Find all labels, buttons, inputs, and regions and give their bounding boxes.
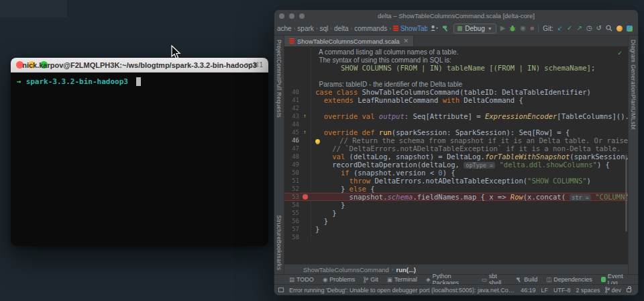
gutter-cell[interactable] — [302, 104, 311, 112]
line-number[interactable]: 58 — [284, 233, 302, 241]
code-line[interactable]: SHOW COLUMNS (FROM | IN) tableName [(FRO… — [284, 64, 628, 72]
line-number[interactable]: 41 — [284, 96, 302, 104]
tool-button-git[interactable]: Git — [364, 276, 378, 283]
tool-stripe-pull-requests[interactable]: Pull Requests — [276, 80, 282, 118]
git-commit-icon[interactable]: ✓ — [567, 25, 572, 32]
code-line[interactable]: 46 // Return the schema from snapshot if… — [284, 136, 628, 144]
tool-stripe-structure[interactable]: Structure — [276, 215, 282, 240]
line-number[interactable] — [284, 64, 302, 72]
build-hammer-icon[interactable] — [442, 25, 449, 32]
ide-titlebar[interactable]: delta – ShowTableColumnsCommand.scala [d… — [274, 10, 638, 22]
line-number[interactable]: 53 — [284, 193, 302, 201]
line-number[interactable]: 57 — [284, 225, 302, 233]
gutter-cell[interactable] — [302, 217, 311, 225]
tool-stripe-project[interactable]: Project — [276, 40, 282, 59]
gutter-cell[interactable] — [302, 136, 311, 144]
gutter-cell[interactable] — [302, 201, 311, 209]
line-number[interactable] — [284, 48, 302, 56]
tool-button-todo[interactable]: ▤TODO — [289, 276, 314, 283]
breadcrumb-file[interactable]: ShowTableColumnsCommand.scala — [393, 25, 427, 32]
zoom-icon[interactable] — [40, 61, 48, 69]
code-line[interactable]: 47 // `DeltaErrors.notADeltaTableExcepti… — [284, 144, 628, 153]
line-number[interactable] — [284, 56, 302, 64]
code-line[interactable]: 53 snapshot.schema.fieldNames.map { x =>… — [284, 193, 628, 201]
inspection-ok-icon[interactable]: ✓ — [618, 49, 622, 56]
gutter-cell[interactable] — [302, 233, 311, 241]
indent-setting[interactable]: 2 spaces — [576, 287, 600, 294]
read-lock-icon[interactable] — [627, 288, 631, 292]
close-icon[interactable] — [16, 61, 23, 69]
override-marker-icon[interactable] — [302, 128, 311, 136]
code-line[interactable]: 43 override val output: Seq[Attribute] =… — [284, 112, 628, 120]
line-number[interactable]: 51 — [284, 177, 302, 185]
breadcrumb-class[interactable]: ShowTableColumnsCommand — [303, 266, 389, 273]
line-number[interactable]: 54 — [284, 201, 302, 209]
line-number[interactable]: 49 — [284, 161, 302, 169]
git-update-icon[interactable]: ↙ — [557, 25, 563, 32]
tool-stripe-bookmarks[interactable]: Bookmarks — [276, 240, 282, 270]
code-line[interactable]: 50 if (snapshot.version < 0) { — [284, 169, 628, 177]
line-number[interactable]: 42 — [284, 104, 302, 112]
code-line[interactable]: Params: tableID - the identifier of the … — [284, 80, 628, 88]
stop-button[interactable]: ■ — [530, 25, 534, 32]
tool-window-toggle-icon[interactable] — [278, 288, 284, 292]
tab-showtablecolumnscommand[interactable]: ShowTableColumnsCommand.scala ✕ — [284, 36, 414, 46]
code-line[interactable]: 42 — [284, 104, 628, 112]
code-line[interactable]: 49 recordDeltaOperation(deltaLog, opType… — [284, 161, 628, 169]
gutter-cell[interactable] — [302, 72, 311, 80]
caret-position[interactable]: 46:19 — [521, 287, 536, 294]
code-line[interactable]: 48 val (deltaLog, snapshot) = DeltaLog.f… — [284, 153, 628, 161]
gutter-cell[interactable] — [302, 64, 311, 72]
file-encoding[interactable]: UTF-8 — [553, 287, 571, 294]
breadcrumb-item[interactable]: delta — [334, 25, 349, 32]
code-line[interactable]: 57} — [284, 225, 628, 233]
gutter-cell[interactable] — [302, 161, 311, 169]
breadcrumb-item[interactable]: commands — [354, 25, 387, 32]
gutter-cell[interactable] — [302, 80, 311, 88]
line-number[interactable]: 45 — [284, 128, 302, 136]
run-configuration-select[interactable]: Debug ▼ — [453, 24, 496, 34]
code-line[interactable]: 55 } — [284, 209, 628, 217]
line-number[interactable]: 52 — [284, 185, 302, 193]
minimize-icon[interactable] — [28, 61, 36, 69]
git-branch-widget[interactable]: dev — [605, 287, 621, 294]
override-marker-icon[interactable] — [302, 112, 311, 120]
code-line[interactable]: 44 — [284, 120, 628, 128]
ide-update-notification-icon[interactable] — [616, 26, 623, 32]
terminal-window[interactable]: nick.karpov@F2LMQLPH3K:~/ws/blogtmp/spar… — [11, 58, 268, 246]
code-line[interactable]: 54 } — [284, 201, 628, 209]
intention-lightbulb-icon[interactable] — [315, 139, 320, 144]
gutter-cell[interactable] — [302, 177, 311, 185]
tool-stripe-diagram-generation[interactable]: Diagram Generation — [630, 40, 637, 95]
tool-button-build[interactable]: Build — [516, 276, 537, 283]
line-number[interactable]: 55 — [284, 209, 302, 217]
status-message[interactable]: Error running 'Debug': Unable to open de… — [289, 287, 515, 294]
code-line[interactable]: 56 } — [284, 217, 628, 225]
breadcrumb-item[interactable]: sql — [319, 25, 328, 32]
line-number[interactable]: 44 — [284, 120, 302, 128]
tool-stripe-sbt[interactable]: sbt — [630, 122, 637, 130]
tool-button-terminal[interactable]: ▣Terminal — [387, 276, 417, 283]
code-line[interactable]: 52 } else { — [284, 185, 628, 193]
tool-stripe-plantuml[interactable]: PlantUML — [630, 95, 637, 122]
close-tab-icon[interactable]: ✕ — [404, 38, 409, 44]
breakpoint-icon[interactable] — [302, 193, 311, 201]
debug-button[interactable] — [509, 25, 516, 32]
tool-button-problems[interactable]: ◉Problems — [323, 276, 355, 283]
line-number[interactable] — [284, 72, 302, 80]
code-editor[interactable]: A command listing all column names of a … — [284, 47, 628, 264]
editor-scrollbar[interactable] — [625, 155, 627, 232]
gutter-cell[interactable] — [302, 48, 311, 56]
breadcrumb[interactable]: ache› spark› sql› delta› commands› ShowT… — [277, 25, 427, 32]
gutter-cell[interactable] — [302, 169, 311, 177]
coverage-button[interactable]: ◉ — [520, 25, 526, 32]
git-push-icon[interactable]: ↗ — [576, 25, 582, 32]
gutter-cell[interactable] — [302, 185, 311, 193]
code-line[interactable]: The syntax of using this command in SQL … — [284, 56, 628, 64]
plugin-icon[interactable] — [627, 26, 633, 32]
tool-button-dependencies[interactable]: ◫Dependencies — [546, 276, 592, 283]
code-line[interactable]: 45 override def run(sparkSession: SparkS… — [284, 128, 628, 136]
line-number[interactable]: 56 — [284, 217, 302, 225]
terminal-titlebar[interactable]: nick.karpov@F2LMQLPH3K:~/ws/blogtmp/spar… — [11, 58, 268, 73]
breadcrumb-member[interactable]: run(...) — [396, 266, 416, 273]
